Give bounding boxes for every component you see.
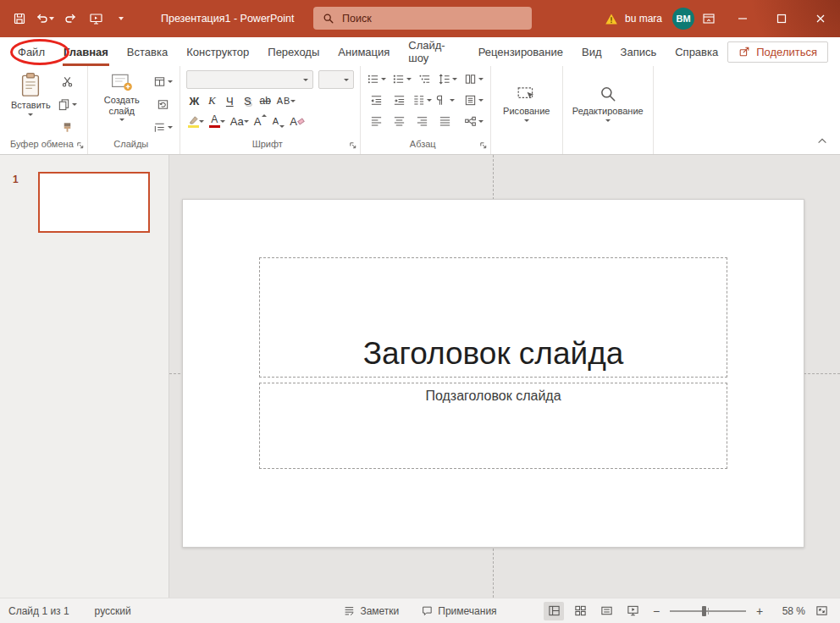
window-title: Презентация1 - PowerPoint (161, 13, 295, 25)
reset-slide-button[interactable] (153, 96, 174, 113)
shrink-font-button[interactable]: А (270, 113, 286, 130)
copy-button[interactable] (58, 96, 78, 113)
zoom-slider[interactable] (670, 605, 746, 617)
change-case-caret-icon (244, 120, 249, 123)
section-button[interactable] (153, 119, 174, 136)
zoom-level[interactable]: 58 % (773, 605, 805, 617)
strikethrough-button[interactable]: ab (257, 92, 274, 109)
new-slide-button[interactable]: Создать слайд (94, 70, 150, 123)
tab-review[interactable]: Рецензирование (469, 37, 572, 66)
statusbar-left: Слайд 1 из 1 русский (8, 605, 131, 617)
line-spacing-button[interactable] (438, 70, 458, 88)
avatar[interactable]: ВМ (672, 8, 694, 30)
multilevel-list-button[interactable] (415, 70, 435, 88)
zoom-out-button[interactable]: − (649, 604, 664, 619)
grow-font-button[interactable]: А (252, 113, 269, 130)
align-center-icon (393, 115, 406, 128)
reading-view-button[interactable] (596, 602, 616, 620)
tab-help[interactable]: Справка (666, 37, 727, 66)
redo-button[interactable] (59, 7, 81, 30)
bullets-button[interactable] (367, 70, 387, 88)
highlight-color-button[interactable] (186, 113, 206, 130)
new-slide-label: Создать слайд (97, 95, 146, 116)
slide-canvas[interactable]: Заголовок слайда Подзаголовок слайда (182, 199, 804, 548)
change-case-button[interactable]: Aa (229, 113, 251, 130)
tab-insert[interactable]: Вставка (118, 37, 177, 66)
search-placeholder: Поиск (342, 13, 372, 25)
status-bar: Слайд 1 из 1 русский Заметки Примечания (0, 598, 840, 623)
character-spacing-button[interactable]: АВ (275, 92, 298, 109)
notes-toggle-button[interactable]: Заметки (343, 605, 399, 617)
clipboard-dialog-launcher[interactable] (76, 141, 85, 150)
customize-qat-button[interactable] (110, 7, 132, 30)
ribbon-display-options-button[interactable] (694, 0, 723, 37)
decrease-indent-button[interactable] (367, 91, 387, 109)
tab-file[interactable]: Файл (8, 37, 54, 66)
group-slides: Создать слайд (88, 66, 180, 154)
share-icon (738, 46, 750, 58)
tab-transitions[interactable]: Переходы (258, 37, 329, 66)
cut-button[interactable] (58, 73, 78, 91)
save-button[interactable] (8, 7, 30, 30)
tab-record[interactable]: Запись (611, 37, 666, 66)
text-shadow-button[interactable]: S (240, 92, 256, 109)
account-chip[interactable]: bu mara (605, 13, 662, 25)
slideshow-view-button[interactable] (622, 602, 643, 620)
minimize-button[interactable] (723, 0, 762, 37)
numbering-button[interactable] (392, 70, 412, 88)
slide-layout-button[interactable] (153, 73, 174, 91)
editing-button[interactable]: Редактирование (569, 83, 647, 124)
bold-button[interactable]: Ж (186, 92, 202, 109)
font-name-combo[interactable] (186, 70, 313, 89)
subtitle-placeholder[interactable]: Подзаголовок слайда (259, 383, 727, 469)
slide-thumbnail[interactable] (38, 172, 150, 233)
font-color-button[interactable]: А (207, 113, 227, 130)
paragraph-dialog-launcher[interactable] (479, 141, 488, 150)
maximize-button[interactable] (762, 0, 801, 37)
collapse-ribbon-button[interactable] (813, 133, 832, 148)
align-center-button[interactable] (390, 113, 410, 130)
tab-design[interactable]: Конструктор (177, 37, 258, 66)
format-painter-button[interactable] (58, 119, 78, 136)
font-dialog-launcher[interactable] (349, 141, 357, 150)
align-text-button[interactable] (464, 91, 484, 109)
add-remove-columns-button[interactable] (412, 91, 433, 109)
comments-toggle-button[interactable]: Примечания (421, 605, 496, 617)
share-label: Поделиться (756, 46, 817, 58)
zoom-slider-thumb[interactable] (702, 606, 706, 616)
language-indicator[interactable]: русский (95, 605, 131, 617)
tab-animations[interactable]: Анимация (329, 37, 399, 66)
tab-home[interactable]: Главная (54, 37, 118, 66)
align-left-button[interactable] (367, 113, 387, 130)
start-slideshow-button[interactable] (85, 7, 107, 30)
paste-button[interactable]: Вставить (8, 70, 54, 118)
convert-to-smartart-button[interactable] (464, 113, 484, 130)
slideshow-monitor-icon (89, 12, 103, 25)
undo-button[interactable] (34, 7, 56, 30)
drawing-button[interactable]: Рисование (500, 83, 553, 124)
clear-formatting-button[interactable]: А (288, 113, 306, 130)
zoom-in-button[interactable]: + (752, 604, 767, 619)
font-size-combo[interactable] (318, 70, 354, 89)
title-placeholder[interactable]: Заголовок слайда (259, 257, 727, 378)
tab-slideshow[interactable]: Слайд-шоу (399, 37, 468, 66)
numbering-icon (392, 73, 405, 85)
share-button[interactable]: Поделиться (727, 41, 828, 63)
align-right-button[interactable] (412, 113, 433, 130)
increase-indent-button[interactable] (390, 91, 410, 109)
text-direction-button[interactable] (435, 91, 456, 109)
dialog-launcher-icon (349, 141, 357, 150)
maximize-icon (775, 12, 788, 25)
columns-layout-button[interactable] (464, 70, 484, 88)
normal-view-button[interactable] (544, 602, 564, 620)
fit-slide-to-window-button[interactable] (811, 602, 832, 620)
justify-button[interactable] (435, 113, 456, 130)
subtitle-placeholder-text: Подзаголовок слайда (425, 389, 561, 404)
copy-dropdown-caret-icon (72, 103, 77, 106)
tab-view[interactable]: Вид (572, 37, 611, 66)
slide-sorter-view-button[interactable] (570, 602, 590, 620)
close-button[interactable] (801, 0, 840, 37)
search-box[interactable]: Поиск (313, 7, 532, 30)
underline-button[interactable]: Ч (222, 92, 238, 109)
italic-button[interactable]: К (204, 92, 220, 109)
